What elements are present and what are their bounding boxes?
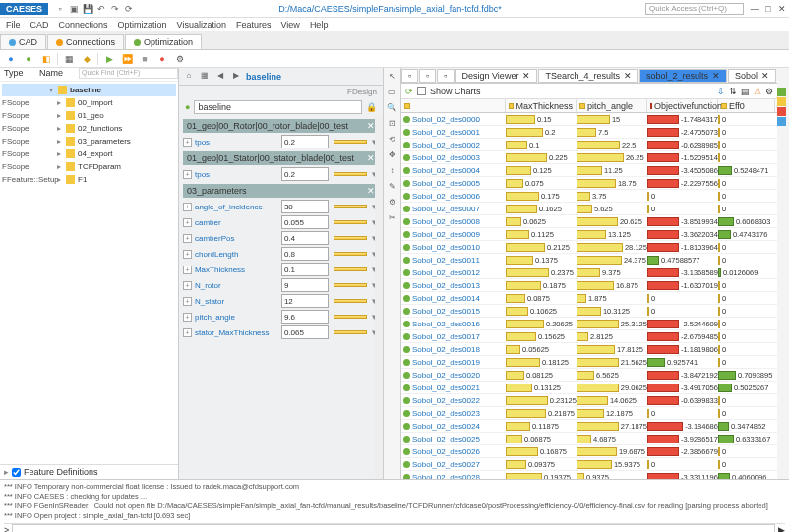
minimize-icon[interactable]: —	[748, 4, 761, 14]
result-row[interactable]: Sobol_02_des00010.27.5-2.47050730	[401, 126, 777, 139]
col-objective[interactable]: Objectivefunction	[647, 99, 718, 112]
console-run-icon[interactable]: ▶	[778, 525, 785, 533]
param-slider[interactable]	[334, 283, 367, 287]
expand-icon[interactable]: ▸	[55, 162, 63, 171]
open-icon[interactable]: ▣	[68, 3, 80, 15]
param-slider[interactable]	[334, 236, 367, 240]
section-close-icon[interactable]: ✕	[367, 186, 375, 196]
expand-param-icon[interactable]: +	[183, 328, 192, 337]
param-slider[interactable]	[334, 172, 367, 176]
param-slider[interactable]	[334, 252, 367, 256]
tool-circle-blue-icon[interactable]: ●	[4, 52, 18, 66]
section-header[interactable]: 03_parameters✕	[183, 184, 379, 198]
tool-playall-icon[interactable]: ⏩	[120, 52, 134, 66]
tree-row[interactable]: FScope▸03_parameters	[2, 135, 176, 148]
result-row[interactable]: Sobol_02_des00040.12511.25-3.45050860.52…	[401, 164, 777, 177]
result-tab[interactable]: ▫	[401, 69, 418, 83]
feature-def-checkbox[interactable]	[12, 468, 21, 477]
name-input[interactable]: baseline	[194, 100, 362, 114]
result-row[interactable]: Sobol_02_des00110.137524.3750.475885770	[401, 254, 777, 266]
refresh-icon[interactable]: ⟳	[123, 3, 135, 15]
expand-icon[interactable]: ▸	[4, 467, 9, 477]
tree-row[interactable]: FFeature::Setup▸F1	[2, 173, 176, 186]
vt-select-icon[interactable]: ▭	[386, 88, 397, 99]
result-row[interactable]: Sobol_02_des00160.2062525.3125-2.5244609…	[401, 318, 777, 330]
result-tab[interactable]: Design Viewer✕	[455, 69, 538, 83]
result-tab[interactable]: Sobol✕	[728, 69, 776, 83]
param-slider[interactable]	[334, 220, 367, 224]
param-label[interactable]: stator_MaxThickness	[195, 328, 278, 337]
result-row[interactable]: Sobol_02_des00200.081256.5625-3.84721920…	[401, 369, 777, 382]
result-row[interactable]: Sobol_02_des00270.0937515.937500	[401, 458, 777, 471]
col-pitchangle[interactable]: pitch_angle	[577, 99, 647, 112]
result-row[interactable]: Sobol_02_des00210.1312529.0625-3.4917056…	[401, 382, 777, 394]
undo-icon[interactable]: ↶	[95, 3, 107, 15]
result-row[interactable]: Sobol_02_des00080.062520.625-3.85199340.…	[401, 215, 777, 228]
param-label[interactable]: angle_of_incidence	[195, 203, 278, 211]
param-input[interactable]: 0.4	[281, 231, 329, 245]
vt-cursor-icon[interactable]: ↖	[386, 72, 397, 84]
rt-sort-icon[interactable]: ⇅	[729, 87, 737, 96]
param-input[interactable]: 0.065	[281, 325, 329, 339]
menu-visualization[interactable]: Visualization	[177, 20, 226, 30]
result-row[interactable]: Sobol_02_des00070.16255.62500	[401, 203, 777, 215]
tab-close-icon[interactable]: ✕	[522, 71, 530, 81]
result-row[interactable]: Sobol_02_des00180.0562517.8125-1.1819806…	[401, 343, 777, 356]
expand-icon[interactable]: ▸	[55, 111, 63, 120]
expand-param-icon[interactable]: +	[183, 266, 192, 274]
rt-export-icon[interactable]: ⇩	[717, 87, 725, 96]
result-tab[interactable]: ▫	[437, 69, 454, 83]
section-header[interactable]: 01_geo|01_Stator|00_stator_blade|00_test…	[183, 151, 379, 165]
section-close-icon[interactable]: ✕	[367, 153, 375, 163]
prop-grid-icon[interactable]: ▦	[199, 71, 211, 83]
param-input[interactable]: 12	[281, 294, 329, 308]
scrollbar[interactable]	[375, 116, 383, 479]
param-input[interactable]: 9	[281, 278, 329, 292]
param-label[interactable]: MaxThickness	[195, 266, 278, 274]
result-row[interactable]: Sobol_02_des00260.1687519.6875-2.3866679…	[401, 445, 777, 458]
result-row[interactable]: Sobol_02_des00170.156252.8125-2.67694850	[401, 330, 777, 343]
param-input[interactable]: 0.8	[281, 247, 329, 261]
rt-warn-icon[interactable]: ⚠	[754, 87, 761, 96]
vt-fit-icon[interactable]: ⊡	[386, 119, 397, 131]
rt-filter-icon[interactable]: ▤	[741, 87, 750, 96]
prop-home-icon[interactable]: ⌂	[183, 71, 195, 83]
result-row[interactable]: Sobol_02_des00130.187516.875-1.63070190	[401, 279, 777, 292]
param-slider[interactable]	[334, 315, 367, 319]
expand-icon[interactable]: ▸	[55, 137, 63, 146]
col-eff0[interactable]: Eff0	[718, 99, 775, 112]
new-icon[interactable]: ▫	[54, 3, 66, 15]
maximize-icon[interactable]: □	[761, 4, 775, 14]
param-label[interactable]: N_rotor	[195, 281, 278, 290]
param-slider[interactable]	[334, 330, 367, 334]
vt-cut-icon[interactable]: ✂	[386, 213, 397, 225]
close-icon[interactable]: ✕	[775, 4, 789, 14]
param-input[interactable]: 0.1	[281, 263, 329, 276]
tree-row[interactable]: FScope▸TCFDparam	[2, 160, 176, 173]
param-input[interactable]: 9.6	[281, 310, 329, 324]
result-row[interactable]: Sobol_02_des00090.112513.125-3.36220340.…	[401, 228, 777, 241]
vt-cog-icon[interactable]: ⚙	[386, 198, 397, 209]
tool-stop-icon[interactable]: ■	[138, 52, 152, 66]
section-header[interactable]: 01_geo|00_Rotor|00_rotor_blade|00_test✕	[183, 119, 379, 133]
tool-square-icon[interactable]: ◧	[39, 52, 53, 66]
expand-icon[interactable]: ▸	[55, 149, 63, 158]
tool-circle-green-icon[interactable]: ●	[22, 52, 35, 66]
result-row[interactable]: Sobol_02_des00150.1062510.312500	[401, 305, 777, 318]
expand-param-icon[interactable]: +	[183, 170, 192, 179]
param-label[interactable]: camberPos	[195, 234, 278, 243]
result-row[interactable]: Sobol_02_des00240.1187527.1875-3.1846860…	[401, 420, 777, 433]
result-row[interactable]: Sobol_02_des00140.08751.87500	[401, 292, 777, 305]
col-maxthickness[interactable]: MaxThickness	[506, 99, 577, 112]
tree-row[interactable]: FScope▸04_export	[2, 148, 176, 160]
col-name-header[interactable]	[401, 99, 506, 112]
tab-connections[interactable]: Connections	[47, 34, 124, 49]
tree-row[interactable]: FScope▸02_functions	[2, 122, 176, 135]
param-label[interactable]: pitch_angle	[195, 313, 278, 322]
param-input[interactable]: 30	[281, 200, 329, 213]
redo-icon[interactable]: ↷	[109, 3, 121, 15]
result-row[interactable]: Sobol_02_des00100.212528.125-1.81039640	[401, 241, 777, 254]
tab-close-icon[interactable]: ✕	[712, 71, 720, 81]
param-slider[interactable]	[334, 299, 367, 303]
tree-row[interactable]: ▾baseline	[2, 84, 176, 96]
